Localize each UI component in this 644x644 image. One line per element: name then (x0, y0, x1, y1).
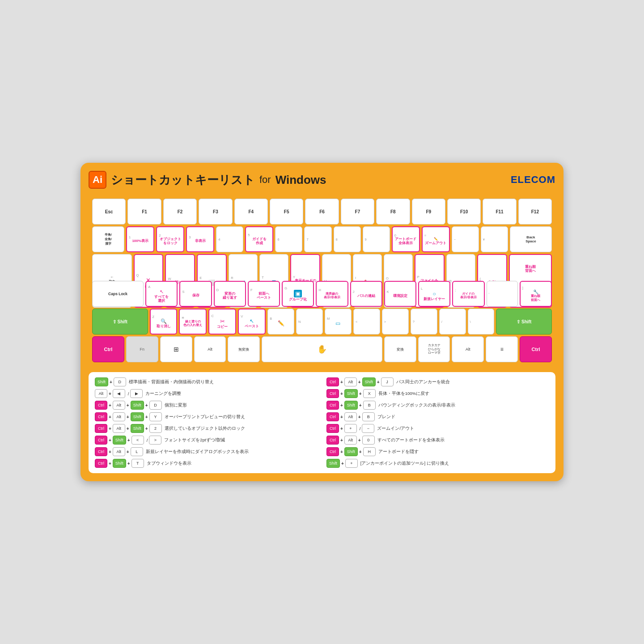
key-9[interactable]: 9 (363, 226, 390, 252)
sc-minus-10: − (362, 424, 374, 433)
key-z[interactable]: Z 🔍 取り消し (150, 309, 178, 335)
shortcut-item-7: Ctrl + Alt + Shift + Y オーバープリントプレビューの切り替… (95, 412, 318, 421)
sc-shift-7: Shift (131, 412, 144, 421)
key-fn[interactable]: Fn (126, 336, 158, 362)
key-k[interactable]: K 環境設定 (384, 281, 416, 307)
sc-desc-15: タブウィンドウを表示 (147, 461, 191, 466)
key-5[interactable]: 5 ガイドを作成 (245, 226, 273, 252)
key-f4[interactable]: F4 (234, 199, 268, 225)
key-b[interactable]: B ✏️ (267, 309, 294, 335)
key-x[interactable]: X 線と塗りの色の入れ替え (179, 309, 207, 335)
header: Ai ショートカットキーリスト for Windows ELECOM (89, 171, 555, 189)
key-ro[interactable]: \ (468, 309, 495, 335)
shortcut-item-8: Ctrl + Alt + B ブレンド (326, 412, 549, 421)
key-hankaku[interactable]: 半角/全角/漢字 (92, 226, 124, 252)
key-alt-left[interactable]: Alt (194, 336, 226, 362)
sc-shift-9: Shift (131, 424, 144, 433)
key-capslock[interactable]: Caps Lock (92, 281, 144, 307)
key-caret[interactable]: ~ (452, 226, 479, 252)
key-f6[interactable]: F6 (305, 199, 339, 225)
key-f9[interactable]: F9 (412, 199, 445, 225)
key-henkan[interactable]: 変換 (384, 336, 416, 362)
key-v[interactable]: V ↖ ペースト (238, 309, 266, 335)
key-s[interactable]: S 保存 (179, 281, 212, 307)
shortcut-item-5: Ctrl + Alt + Shift + D 個別に変形 (95, 401, 318, 410)
key-ctrl-right[interactable]: Ctrl (520, 336, 552, 362)
sc-alt-13: Alt (113, 447, 125, 456)
key-alt-right[interactable]: Alt (452, 336, 484, 362)
key-f11[interactable]: F11 (483, 199, 516, 225)
sc-ctrl-7: Ctrl (95, 412, 107, 421)
key-muhenkan[interactable]: 無変換 (228, 336, 260, 362)
key-ctrl-left[interactable]: Ctrl (92, 336, 124, 362)
key-m[interactable]: M ▭ (325, 309, 352, 335)
key-g[interactable]: G ▣ グループ化 (282, 281, 314, 307)
sc-shift-14: Shift (344, 447, 358, 456)
key-comma[interactable]: < (353, 309, 380, 335)
key-f7[interactable]: F7 (341, 199, 374, 225)
sc-alt-8: Alt (344, 412, 357, 421)
key-space[interactable]: ✋ (262, 336, 382, 362)
sc-desc-13: 新規レイヤーを作成時にダイアログボックスを表示 (146, 449, 249, 455)
key-c[interactable]: C ✂ コピー (208, 309, 236, 335)
for-text: for (259, 174, 271, 186)
key-kana[interactable]: カタカナひらがなローマ字 (418, 336, 450, 362)
key-f[interactable]: F 前面へペースト (248, 281, 280, 307)
key-n[interactable]: N (296, 309, 323, 335)
key-esc[interactable]: Esc (92, 199, 126, 225)
sc-shift-2: Shift (362, 377, 376, 386)
sc-desc-4: 長体・平体を100%に戻す (378, 391, 429, 397)
sc-ctrl-8: Ctrl (326, 412, 339, 421)
key-f5[interactable]: F5 (270, 199, 303, 225)
key-h[interactable]: H 境界線の表示/非表示 (316, 281, 348, 307)
key-f12[interactable]: F12 (518, 199, 552, 225)
key-colon[interactable]: ' (487, 281, 518, 307)
sc-ctrl-9: Ctrl (95, 424, 107, 433)
sc-plus-10: + (344, 424, 357, 433)
sc-ctrl-5: Ctrl (95, 401, 107, 410)
sc-shift-4: Shift (344, 389, 358, 398)
key-menu[interactable]: ≡ (486, 336, 518, 362)
sc-desc-3: カーニングを調整 (145, 391, 181, 397)
key-semicolon[interactable]: ; ガイドの表示/非表示 (452, 281, 484, 307)
key-f2[interactable]: F2 (163, 199, 197, 225)
sc-ctrl-10: Ctrl (326, 424, 339, 433)
key-bracket-r[interactable]: ] 🔧 重ね順前面へ (520, 281, 552, 307)
sc-shift-11: Shift (113, 436, 126, 445)
sc-alt-5: Alt (113, 401, 125, 410)
key-slash[interactable]: ? (411, 309, 437, 335)
sc-shift-15: Shift (113, 459, 126, 468)
sc-alt-2: Alt (344, 377, 357, 386)
key-f10[interactable]: F10 (447, 199, 481, 225)
key-8[interactable]: 8 (334, 226, 361, 252)
key-l[interactable]: L ○ 新規レイヤー (418, 281, 450, 307)
key-4[interactable]: 4 (216, 226, 243, 252)
key-yen[interactable]: ¥ (481, 226, 508, 252)
key-minus[interactable]: = ✏️ズームアウト (422, 226, 450, 252)
key-f1[interactable]: F1 (127, 199, 161, 225)
key-3[interactable]: 3 非表示 (186, 226, 214, 252)
sc-desc-8: ブレンド (377, 414, 395, 420)
key-2[interactable]: 2 オブジェクトをロック (156, 226, 184, 252)
key-1[interactable]: 1 100%表示 (126, 226, 154, 252)
key-shift-right[interactable]: ⇧ Shift (496, 309, 552, 335)
key-7[interactable]: 7 (304, 226, 331, 252)
sc-desc-7: オーバープリントプレビューの切り替え (165, 414, 245, 420)
key-6[interactable]: 6 (275, 226, 302, 252)
sc-ctrl-13: Ctrl (95, 447, 107, 456)
key-j[interactable]: J パスの連結 (350, 281, 382, 307)
key-backspace[interactable]: BackSpace (510, 226, 552, 252)
sc-ctrl-14: Ctrl (326, 447, 339, 456)
shortcut-item-11: Ctrl + Shift + < / > フォントサイズを2ptずつ増/減 (95, 436, 318, 445)
sc-desc-9: 選択しているオブジェクト以外のロック (165, 426, 245, 432)
key-f3[interactable]: F3 (199, 199, 232, 225)
key-win[interactable]: ⊞ (160, 336, 192, 362)
key-shift-left[interactable]: ⇧ Shift (92, 309, 148, 335)
shortcut-item-9: Ctrl + Alt + Shift + 2 選択しているオブジェクト以外のロッ… (95, 424, 318, 433)
key-a[interactable]: A ↖ すべてを選択 (145, 281, 178, 307)
key-f8[interactable]: F8 (376, 199, 410, 225)
key-d[interactable]: D 変形の繰り返す (214, 281, 246, 307)
key-period[interactable]: > (382, 309, 409, 335)
key-0[interactable]: 0 アートボード全体表示 (392, 226, 420, 252)
key-backslash[interactable]: / (439, 309, 466, 335)
